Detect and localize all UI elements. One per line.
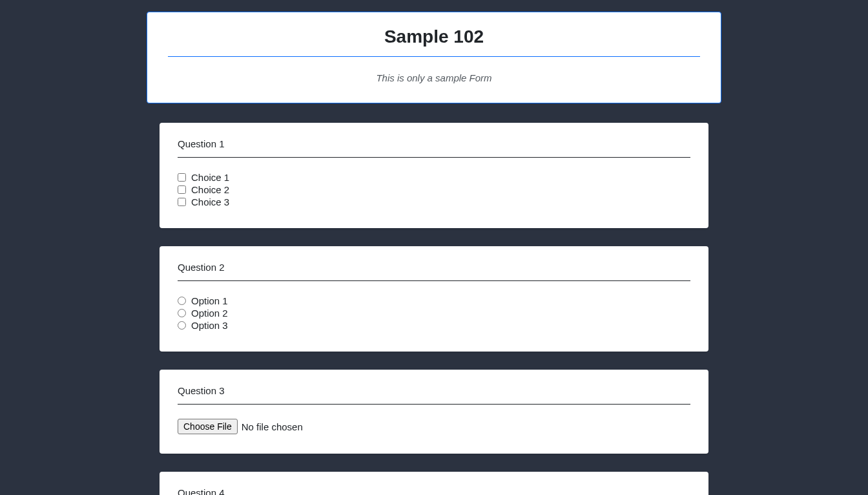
question-title: Question 4: [178, 487, 690, 495]
checkbox-input[interactable]: [178, 173, 186, 182]
checkbox-label: Choice 3: [191, 196, 229, 207]
title-divider: [168, 56, 700, 57]
question-divider: [178, 280, 690, 281]
question-divider: [178, 157, 690, 158]
form-description: This is only a sample Form: [168, 72, 700, 83]
radio-row: Option 1: [178, 295, 690, 306]
radio-row: Option 3: [178, 320, 690, 331]
radio-row: Option 2: [178, 308, 690, 319]
radio-input[interactable]: [178, 309, 186, 317]
question-card-4: Question 4: [160, 472, 708, 495]
checkbox-label: Choice 1: [191, 172, 229, 183]
radio-label: Option 3: [191, 320, 228, 331]
choose-file-button[interactable]: Choose File: [178, 419, 238, 434]
checkbox-input[interactable]: [178, 198, 186, 206]
question-card-3: Question 3 Choose File No file chosen: [160, 370, 708, 454]
question-title: Question 1: [178, 138, 690, 157]
form-header-card: Sample 102 This is only a sample Form: [147, 12, 721, 103]
radio-input[interactable]: [178, 321, 186, 330]
radio-input[interactable]: [178, 297, 186, 305]
radio-label: Option 1: [191, 295, 228, 306]
form-container: Sample 102 This is only a sample Form Qu…: [147, 12, 721, 495]
file-input-row: Choose File No file chosen: [178, 419, 690, 434]
form-title: Sample 102: [168, 26, 700, 56]
checkbox-input[interactable]: [178, 185, 186, 194]
checkbox-row: Choice 1: [178, 172, 690, 183]
question-card-2: Question 2 Option 1 Option 2 Option 3: [160, 246, 708, 352]
file-status-text: No file chosen: [242, 421, 303, 432]
question-card-1: Question 1 Choice 1 Choice 2 Choice 3: [160, 123, 708, 228]
checkbox-row: Choice 2: [178, 184, 690, 195]
question-title: Question 3: [178, 385, 690, 404]
question-title: Question 2: [178, 262, 690, 280]
checkbox-row: Choice 3: [178, 196, 690, 207]
question-divider: [178, 404, 690, 405]
radio-label: Option 2: [191, 308, 228, 319]
checkbox-label: Choice 2: [191, 184, 229, 195]
